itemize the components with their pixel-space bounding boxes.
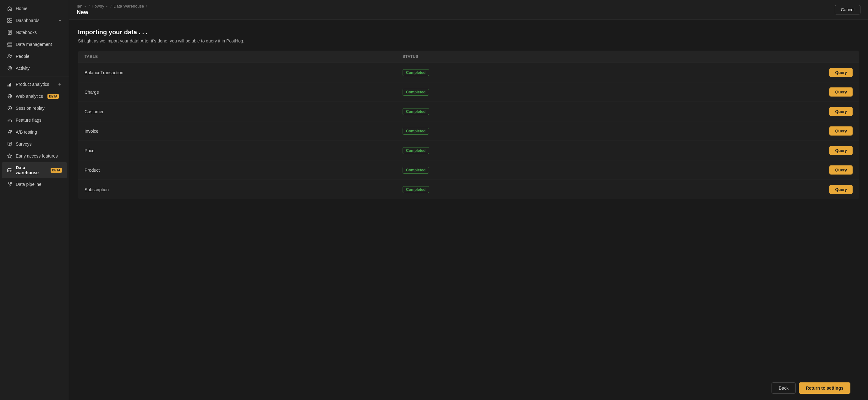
query-button[interactable]: Query [829,107,852,116]
breadcrumb-sep3: / [146,4,147,8]
sidebar-item-data-pipeline[interactable]: Data pipeline [2,179,67,190]
home-icon [7,6,12,11]
status-badge: Completed [403,147,429,154]
sidebar-item-label: Data warehouse [16,165,46,175]
table-row: Price Completed Query [78,141,859,161]
svg-point-27 [8,120,10,122]
sidebar-item-activity[interactable]: Activity [2,63,67,74]
sidebar-item-label: Feature flags [16,118,41,123]
table-cell-status: Completed [396,82,637,102]
back-button[interactable]: Back [772,382,796,394]
sidebar-item-label: Surveys [16,142,32,146]
people-icon [7,54,12,59]
sidebar-item-early-access[interactable]: Early access features [2,150,67,162]
sidebar-item-label: Data pipeline [16,182,41,187]
table-cell-name: Price [78,141,397,161]
table-cell-status: Completed [396,102,637,121]
breadcrumb-ian[interactable]: Ian [77,4,87,8]
table-cell-action: Query [637,141,859,161]
sidebar-item-data-warehouse[interactable]: Data warehouse BETA [2,162,67,178]
svg-line-41 [10,184,11,185]
sidebar-item-notebooks[interactable]: Notebooks [2,27,67,38]
import-table: TABLE STATUS BalanceTransaction Complete… [78,50,859,199]
query-button[interactable]: Query [829,68,852,77]
chevron-down-icon [58,19,62,22]
breadcrumb-data-warehouse[interactable]: Data Warehouse [114,4,144,8]
sidebar-item-product-analytics[interactable]: Product analytics [2,79,67,90]
status-badge: Completed [403,186,429,193]
breadcrumb-howdy[interactable]: Howdy [92,4,109,8]
table-cell-name: Charge [78,82,397,102]
svg-rect-8 [7,43,12,44]
data-warehouse-icon [7,167,12,173]
activity-icon [7,65,12,71]
table-cell-action: Query [637,102,859,121]
svg-rect-16 [7,85,8,86]
table-cell-status: Completed [396,161,637,180]
page-footer: Back Return to settings [78,377,859,400]
breadcrumb-sep: / [89,4,90,8]
table-cell-name: BalanceTransaction [78,63,397,82]
svg-point-38 [9,185,10,186]
sidebar-item-session-replay[interactable]: Session replay [2,103,67,114]
web-analytics-icon [7,93,12,99]
query-button[interactable]: Query [829,165,852,174]
product-analytics-icon [7,81,12,87]
sidebar-item-data-management[interactable]: Data management [2,39,67,50]
sidebar-item-label: Activity [16,66,30,71]
import-subtitle: Sit tight as we import your data! After … [78,38,859,44]
svg-point-11 [8,55,10,56]
table-cell-action: Query [637,161,859,180]
feature-flags-icon [7,117,12,123]
breadcrumb-path: Ian / Howdy / Data Warehouse / [77,4,147,8]
table-cell-name: Subscription [78,180,397,199]
status-badge: Completed [403,69,429,76]
sidebar-item-people[interactable]: People [2,51,67,62]
sidebar-item-label: Data management [16,42,52,47]
svg-rect-29 [8,142,12,145]
plus-icon[interactable] [58,82,62,86]
svg-point-15 [8,67,11,69]
table-row: Subscription Completed Query [78,180,859,199]
query-button[interactable]: Query [829,87,852,96]
svg-rect-18 [10,83,11,86]
session-replay-icon [7,105,12,111]
svg-point-12 [10,55,12,56]
dashboards-icon [7,18,12,23]
query-button[interactable]: Query [829,146,852,155]
table-cell-name: Product [78,161,397,180]
sidebar-item-label: A/B testing [16,130,37,135]
table-row: Invoice Completed Query [78,121,859,141]
sidebar-item-home[interactable]: Home [2,3,67,14]
table-cell-status: Completed [396,180,637,199]
table-row: Customer Completed Query [78,102,859,121]
table-cell-name: Invoice [78,121,397,141]
svg-rect-9 [7,44,12,45]
svg-line-40 [9,184,10,185]
sidebar-item-web-analytics[interactable]: Web analytics BETA [2,91,67,102]
ab-testing-icon [7,129,12,135]
main-content: Ian / Howdy / Data Warehouse / New Cance… [69,0,868,400]
query-button[interactable]: Query [829,185,852,194]
import-title: Importing your data . . . [78,29,859,36]
table-cell-name: Customer [78,102,397,121]
table-row: BalanceTransaction Completed Query [78,63,859,82]
status-badge: Completed [403,167,429,174]
table-cell-action: Query [637,121,859,141]
status-badge: Completed [403,108,429,115]
sidebar-item-dashboards[interactable]: Dashboards [2,15,67,26]
sidebar-item-surveys[interactable]: Surveys [2,138,67,150]
cancel-button[interactable]: Cancel [835,5,861,15]
sidebar-item-ab-testing[interactable]: A/B testing [2,126,67,138]
table-cell-action: Query [637,63,859,82]
sidebar-item-feature-flags[interactable]: Feature flags [2,114,67,126]
svg-rect-3 [10,21,12,23]
return-to-settings-button[interactable]: Return to settings [799,382,850,394]
table-col-action [637,51,859,63]
svg-rect-17 [9,84,10,86]
svg-rect-2 [7,21,9,23]
status-badge: Completed [403,89,429,95]
notebooks-icon [7,30,12,35]
early-access-icon [7,153,12,159]
query-button[interactable]: Query [829,126,852,136]
